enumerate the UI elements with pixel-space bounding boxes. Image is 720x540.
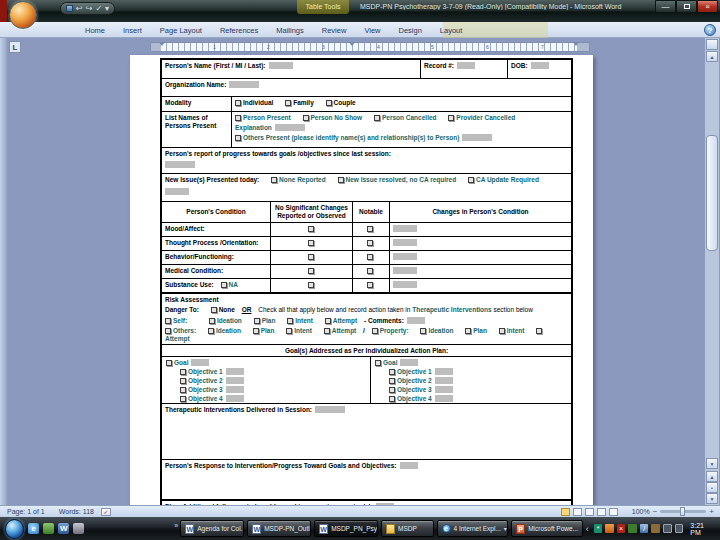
danger-none-checkbox[interactable] xyxy=(211,307,217,313)
explanation-field[interactable] xyxy=(275,124,305,131)
behavior-notable-checkbox[interactable] xyxy=(367,254,373,260)
tab-view[interactable]: View xyxy=(355,26,389,35)
mood-nsc-checkbox[interactable] xyxy=(308,226,314,232)
zoom-level[interactable]: 100% xyxy=(632,508,650,515)
zoom-slider-thumb[interactable] xyxy=(680,507,685,516)
behavior-changes-field[interactable] xyxy=(393,253,417,260)
scroll-up-button[interactable]: ▲ xyxy=(706,51,718,62)
restore-button[interactable] xyxy=(676,0,697,13)
goal-1-objective-2-field[interactable] xyxy=(226,377,244,384)
start-button[interactable] xyxy=(5,519,24,539)
record-field[interactable] xyxy=(457,62,475,69)
goal-1-checkbox[interactable] xyxy=(166,360,172,366)
taskbar-button-msdp-psychotherapy-active[interactable]: W MSDP_PN_Psyc... xyxy=(314,520,378,537)
tray-icon-pen[interactable]: / xyxy=(640,524,649,533)
spell-check-icon[interactable]: ✓ xyxy=(95,5,102,13)
response-field[interactable] xyxy=(400,462,418,469)
property-intent-checkbox[interactable] xyxy=(499,328,505,334)
tab-mailings[interactable]: Mailings xyxy=(267,26,313,35)
others-present-checkbox[interactable] xyxy=(235,135,241,141)
goal-2-objective-3-field[interactable] xyxy=(435,386,453,393)
others-attempt-checkbox[interactable] xyxy=(324,328,330,334)
behavior-nsc-checkbox[interactable] xyxy=(308,254,314,260)
network-icon[interactable] xyxy=(663,524,672,533)
mood-changes-field[interactable] xyxy=(393,225,417,232)
horizontal-ruler[interactable]: 1 2 3 4 5 6 7 xyxy=(150,42,590,52)
full-screen-reading-view-button[interactable] xyxy=(573,508,582,516)
thought-nsc-checkbox[interactable] xyxy=(308,240,314,246)
print-layout-view-button[interactable] xyxy=(561,508,570,516)
help-icon[interactable]: ? xyxy=(704,24,716,36)
tab-insert[interactable]: Insert xyxy=(114,26,151,35)
scroll-down-button[interactable]: ▼ xyxy=(706,458,718,469)
comments-field[interactable] xyxy=(407,317,425,324)
medical-changes-field[interactable] xyxy=(393,267,417,274)
self-checkbox[interactable] xyxy=(165,318,171,324)
person-present-checkbox[interactable] xyxy=(235,115,241,121)
goal-2-objective-3-checkbox[interactable] xyxy=(389,387,395,393)
word-quick-launch-icon[interactable]: W xyxy=(58,523,69,534)
ruler-toggle-button[interactable] xyxy=(706,39,718,50)
thought-notable-checkbox[interactable] xyxy=(367,240,373,246)
property-plan-checkbox[interactable] xyxy=(465,328,471,334)
others-present-field[interactable] xyxy=(462,134,492,141)
undo-icon[interactable]: ↩ xyxy=(76,5,83,13)
zoom-slider[interactable] xyxy=(660,510,706,513)
previous-page-button[interactable]: ▲ xyxy=(706,471,718,482)
others-ideation-checkbox[interactable] xyxy=(208,328,214,334)
substance-nsc-checkbox[interactable] xyxy=(308,282,314,288)
taskbar-button-powerpoint[interactable]: P Microsoft Powe... xyxy=(511,520,583,537)
self-intent-checkbox[interactable] xyxy=(287,318,293,324)
goal-1-objective-1-checkbox[interactable] xyxy=(180,369,186,375)
new-issue-resolved-checkbox[interactable] xyxy=(338,177,344,183)
scrollbar-thumb[interactable] xyxy=(706,135,718,251)
tab-layout[interactable]: Layout xyxy=(431,26,472,35)
progress-field[interactable] xyxy=(165,161,195,168)
document-page[interactable]: Person's Name (First / MI / Last): Recor… xyxy=(130,55,593,505)
substance-notable-checkbox[interactable] xyxy=(367,282,373,288)
tab-stop-marker[interactable] xyxy=(349,42,355,46)
dob-field[interactable] xyxy=(531,62,549,69)
draft-view-button[interactable] xyxy=(609,508,618,516)
medical-notable-checkbox[interactable] xyxy=(367,268,373,274)
person-no-show-checkbox[interactable] xyxy=(303,115,309,121)
taskbar-button-agenda[interactable]: W Agenda for Col... xyxy=(180,520,244,537)
taskbar-button-internet-explorer-group[interactable]: e 4 Internet Expl... ▾ xyxy=(437,520,509,537)
redo-icon[interactable]: ↪ xyxy=(86,5,93,13)
office-button[interactable] xyxy=(9,1,37,29)
tray-icon-orange[interactable] xyxy=(605,524,614,533)
tray-icon-green[interactable] xyxy=(628,524,637,533)
medical-nsc-checkbox[interactable] xyxy=(308,268,314,274)
couple-checkbox[interactable] xyxy=(326,100,332,106)
self-ideation-checkbox[interactable] xyxy=(209,318,215,324)
goal-1-objective-3-field[interactable] xyxy=(226,386,244,393)
property-checkbox[interactable] xyxy=(372,328,378,334)
goal-1-field[interactable] xyxy=(191,359,209,366)
property-ideation-checkbox[interactable] xyxy=(420,328,426,334)
thought-changes-field[interactable] xyxy=(393,239,417,246)
self-plan-checkbox[interactable] xyxy=(254,318,260,324)
taskbar-button-msdp-outline[interactable]: W MSDP-PN_Outl... xyxy=(247,520,311,537)
proofing-status-icon[interactable]: ✓ xyxy=(101,508,111,516)
volume-icon[interactable] xyxy=(675,524,684,533)
tray-icon-green-star[interactable]: * xyxy=(594,524,603,533)
close-button[interactable]: × xyxy=(697,0,718,13)
mood-notable-checkbox[interactable] xyxy=(367,226,373,232)
page-indicator[interactable]: Page: 1 of 1 xyxy=(0,508,52,515)
minimize-button[interactable]: — xyxy=(655,0,676,13)
others-checkbox[interactable] xyxy=(165,328,171,334)
interventions-field[interactable] xyxy=(315,406,345,413)
ca-update-checkbox[interactable] xyxy=(468,177,474,183)
person-cancelled-checkbox[interactable] xyxy=(374,115,380,121)
goal-2-objective-1-checkbox[interactable] xyxy=(389,369,395,375)
goal-2-objective-4-field[interactable] xyxy=(435,395,453,402)
save-icon[interactable] xyxy=(66,5,73,12)
goal-1-objective-3-checkbox[interactable] xyxy=(180,387,186,393)
internet-explorer-icon[interactable]: e xyxy=(28,523,39,534)
others-plan-checkbox[interactable] xyxy=(253,328,259,334)
self-attempt-checkbox[interactable] xyxy=(325,318,331,324)
property-attempt-checkbox[interactable] xyxy=(536,328,542,334)
substance-na-checkbox[interactable] xyxy=(221,282,227,288)
zoom-in-button[interactable]: + xyxy=(709,508,714,516)
tab-design[interactable]: Design xyxy=(390,26,431,35)
